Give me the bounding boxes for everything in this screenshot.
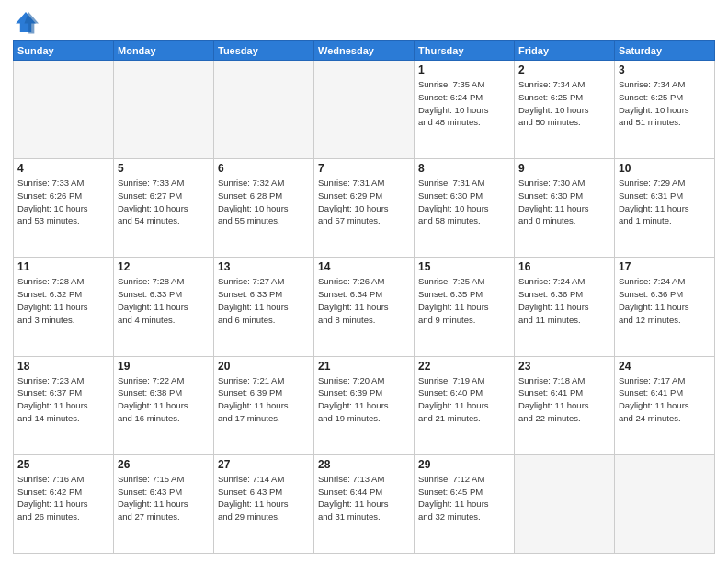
day-number: 18: [17, 360, 109, 373]
day-header-monday: Monday: [114, 41, 214, 61]
day-number: 6: [218, 162, 310, 175]
day-number: 5: [118, 162, 210, 175]
day-info: Sunrise: 7:28 AMSunset: 6:33 PMDaylight:…: [118, 275, 210, 326]
day-info: Sunrise: 7:19 AMSunset: 6:40 PMDaylight:…: [418, 374, 510, 425]
day-cell-15: 12Sunrise: 7:28 AMSunset: 6:33 PMDayligh…: [114, 258, 214, 356]
day-number: 27: [218, 458, 310, 471]
day-cell-20: 17Sunrise: 7:24 AMSunset: 6:36 PMDayligh…: [615, 258, 715, 356]
day-number: 22: [418, 360, 510, 373]
day-cell-16: 13Sunrise: 7:27 AMSunset: 6:33 PMDayligh…: [214, 258, 314, 356]
day-cell-23: 20Sunrise: 7:21 AMSunset: 6:39 PMDayligh…: [214, 356, 314, 454]
day-info: Sunrise: 7:21 AMSunset: 6:39 PMDaylight:…: [218, 374, 310, 425]
day-number: 25: [17, 458, 109, 471]
day-cell-19: 16Sunrise: 7:24 AMSunset: 6:36 PMDayligh…: [515, 258, 615, 356]
day-info: Sunrise: 7:27 AMSunset: 6:33 PMDaylight:…: [218, 275, 310, 326]
day-info: Sunrise: 7:32 AMSunset: 6:28 PMDaylight:…: [218, 177, 310, 227]
day-number: 20: [218, 360, 310, 373]
day-info: Sunrise: 7:17 AMSunset: 6:41 PMDaylight:…: [619, 374, 711, 425]
day-cell-27: 24Sunrise: 7:17 AMSunset: 6:41 PMDayligh…: [615, 356, 715, 454]
day-info: Sunrise: 7:16 AMSunset: 6:42 PMDaylight:…: [17, 473, 109, 523]
day-info: Sunrise: 7:23 AMSunset: 6:37 PMDaylight:…: [17, 374, 109, 425]
day-cell-12: 9Sunrise: 7:30 AMSunset: 6:30 PMDaylight…: [515, 159, 615, 258]
day-number: 16: [518, 260, 610, 273]
day-cell-2: [214, 61, 314, 159]
day-info: Sunrise: 7:15 AMSunset: 6:43 PMDaylight:…: [118, 473, 210, 523]
calendar: SundayMondayTuesdayWednesdayThursdayFrid…: [13, 40, 715, 554]
day-cell-7: 4Sunrise: 7:33 AMSunset: 6:26 PMDaylight…: [14, 159, 114, 258]
day-info: Sunrise: 7:13 AMSunset: 6:44 PMDaylight:…: [318, 473, 410, 523]
day-number: 12: [118, 260, 210, 273]
day-cell-31: 28Sunrise: 7:13 AMSunset: 6:44 PMDayligh…: [314, 454, 415, 553]
day-cell-22: 19Sunrise: 7:22 AMSunset: 6:38 PMDayligh…: [114, 356, 214, 454]
day-number: 4: [17, 162, 109, 175]
day-number: 24: [619, 360, 711, 373]
day-info: Sunrise: 7:28 AMSunset: 6:32 PMDaylight:…: [17, 275, 109, 326]
day-cell-25: 22Sunrise: 7:19 AMSunset: 6:40 PMDayligh…: [415, 356, 515, 454]
day-number: 23: [518, 360, 610, 373]
day-header-thursday: Thursday: [415, 41, 515, 61]
day-number: 9: [518, 162, 610, 175]
day-cell-5: 2Sunrise: 7:34 AMSunset: 6:25 PMDaylight…: [515, 61, 615, 159]
header: [13, 9, 715, 35]
day-number: 11: [17, 260, 109, 273]
day-header-friday: Friday: [515, 41, 615, 61]
day-header-saturday: Saturday: [615, 41, 715, 61]
day-cell-17: 14Sunrise: 7:26 AMSunset: 6:34 PMDayligh…: [314, 258, 415, 356]
page: SundayMondayTuesdayWednesdayThursdayFrid…: [0, 0, 728, 563]
logo-icon: [13, 9, 39, 35]
day-number: 17: [619, 260, 711, 273]
day-info: Sunrise: 7:24 AMSunset: 6:36 PMDaylight:…: [518, 275, 610, 326]
day-cell-6: 3Sunrise: 7:34 AMSunset: 6:25 PMDaylight…: [615, 61, 715, 159]
day-number: 13: [218, 260, 310, 273]
day-info: Sunrise: 7:29 AMSunset: 6:31 PMDaylight:…: [619, 177, 711, 227]
day-cell-14: 11Sunrise: 7:28 AMSunset: 6:32 PMDayligh…: [14, 258, 114, 356]
day-cell-34: [615, 454, 715, 553]
day-info: Sunrise: 7:31 AMSunset: 6:29 PMDaylight:…: [318, 177, 410, 227]
day-info: Sunrise: 7:22 AMSunset: 6:38 PMDaylight:…: [118, 374, 210, 425]
day-cell-11: 8Sunrise: 7:31 AMSunset: 6:30 PMDaylight…: [415, 159, 515, 258]
day-cell-24: 21Sunrise: 7:20 AMSunset: 6:39 PMDayligh…: [314, 356, 415, 454]
day-cell-30: 27Sunrise: 7:14 AMSunset: 6:43 PMDayligh…: [214, 454, 314, 553]
day-info: Sunrise: 7:25 AMSunset: 6:35 PMDaylight:…: [418, 275, 510, 326]
day-number: 2: [518, 63, 610, 76]
week-row-1: 1Sunrise: 7:35 AMSunset: 6:24 PMDaylight…: [14, 61, 715, 159]
day-info: Sunrise: 7:33 AMSunset: 6:26 PMDaylight:…: [17, 177, 109, 227]
day-number: 29: [418, 458, 510, 471]
day-info: Sunrise: 7:26 AMSunset: 6:34 PMDaylight:…: [318, 275, 410, 326]
day-header-tuesday: Tuesday: [214, 41, 314, 61]
day-number: 3: [619, 63, 711, 76]
day-cell-9: 6Sunrise: 7:32 AMSunset: 6:28 PMDaylight…: [214, 159, 314, 258]
day-number: 14: [318, 260, 410, 273]
day-cell-10: 7Sunrise: 7:31 AMSunset: 6:29 PMDaylight…: [314, 159, 415, 258]
calendar-header-row: SundayMondayTuesdayWednesdayThursdayFrid…: [14, 41, 715, 61]
day-cell-3: [314, 61, 415, 159]
day-cell-8: 5Sunrise: 7:33 AMSunset: 6:27 PMDaylight…: [114, 159, 214, 258]
day-number: 7: [318, 162, 410, 175]
day-number: 21: [318, 360, 410, 373]
day-info: Sunrise: 7:18 AMSunset: 6:41 PMDaylight:…: [518, 374, 610, 425]
day-info: Sunrise: 7:14 AMSunset: 6:43 PMDaylight:…: [218, 473, 310, 523]
day-number: 10: [619, 162, 711, 175]
day-number: 15: [418, 260, 510, 273]
week-row-5: 25Sunrise: 7:16 AMSunset: 6:42 PMDayligh…: [14, 454, 715, 553]
day-cell-1: [114, 61, 214, 159]
day-cell-33: [515, 454, 615, 553]
week-row-2: 4Sunrise: 7:33 AMSunset: 6:26 PMDaylight…: [14, 159, 715, 258]
day-cell-29: 26Sunrise: 7:15 AMSunset: 6:43 PMDayligh…: [114, 454, 214, 553]
day-cell-26: 23Sunrise: 7:18 AMSunset: 6:41 PMDayligh…: [515, 356, 615, 454]
day-header-sunday: Sunday: [14, 41, 114, 61]
day-number: 19: [118, 360, 210, 373]
day-info: Sunrise: 7:20 AMSunset: 6:39 PMDaylight:…: [318, 374, 410, 425]
logo: [13, 9, 42, 35]
day-cell-13: 10Sunrise: 7:29 AMSunset: 6:31 PMDayligh…: [615, 159, 715, 258]
day-number: 8: [418, 162, 510, 175]
day-cell-21: 18Sunrise: 7:23 AMSunset: 6:37 PMDayligh…: [14, 356, 114, 454]
day-info: Sunrise: 7:34 AMSunset: 6:25 PMDaylight:…: [518, 78, 610, 129]
day-info: Sunrise: 7:34 AMSunset: 6:25 PMDaylight:…: [619, 78, 711, 129]
day-number: 28: [318, 458, 410, 471]
day-info: Sunrise: 7:30 AMSunset: 6:30 PMDaylight:…: [518, 177, 610, 227]
day-info: Sunrise: 7:35 AMSunset: 6:24 PMDaylight:…: [418, 78, 510, 129]
day-info: Sunrise: 7:33 AMSunset: 6:27 PMDaylight:…: [118, 177, 210, 227]
week-row-3: 11Sunrise: 7:28 AMSunset: 6:32 PMDayligh…: [14, 258, 715, 356]
day-cell-0: [14, 61, 114, 159]
